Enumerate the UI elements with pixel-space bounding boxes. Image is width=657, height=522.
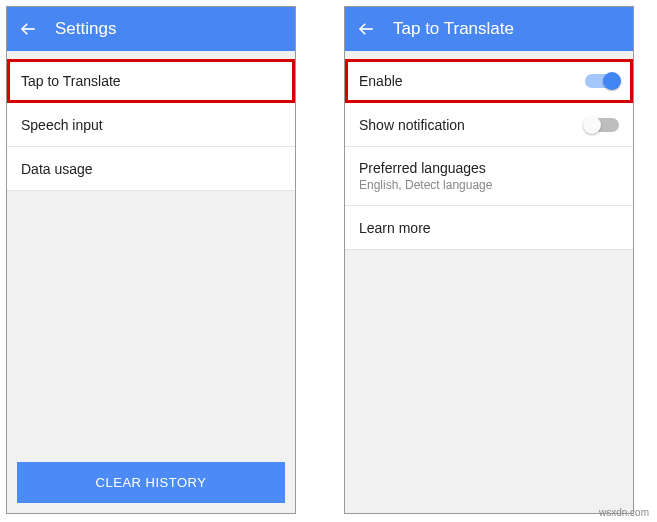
- footer: CLEAR HISTORY: [7, 452, 295, 513]
- settings-screen: Settings Tap to Translate Speech input D…: [6, 6, 296, 514]
- setting-item-learn-more[interactable]: Learn more: [345, 206, 633, 250]
- show-notification-toggle[interactable]: [585, 118, 619, 132]
- tap-to-translate-screen: Tap to Translate Enable Show notificatio…: [344, 6, 634, 514]
- setting-item-sublabel: English, Detect language: [359, 178, 492, 192]
- setting-item-enable[interactable]: Enable: [345, 59, 633, 103]
- setting-item-label: Learn more: [359, 220, 431, 236]
- setting-item-label: Preferred languages: [359, 160, 486, 176]
- back-arrow-icon[interactable]: [19, 20, 37, 38]
- watermark: wsxdn.com: [599, 507, 649, 518]
- settings-item-label: Data usage: [21, 161, 93, 177]
- app-header: Tap to Translate: [345, 7, 633, 51]
- tap-to-translate-list: Enable Show notification Preferred langu…: [345, 51, 633, 513]
- settings-item-label: Speech input: [21, 117, 103, 133]
- app-header: Settings: [7, 7, 295, 51]
- clear-history-button[interactable]: CLEAR HISTORY: [17, 462, 285, 503]
- settings-item-tap-to-translate[interactable]: Tap to Translate: [7, 59, 295, 103]
- page-title: Tap to Translate: [393, 19, 514, 39]
- settings-item-data-usage[interactable]: Data usage: [7, 147, 295, 191]
- settings-item-speech-input[interactable]: Speech input: [7, 103, 295, 147]
- settings-item-label: Tap to Translate: [21, 73, 121, 89]
- page-title: Settings: [55, 19, 116, 39]
- setting-item-show-notification[interactable]: Show notification: [345, 103, 633, 147]
- enable-toggle[interactable]: [585, 74, 619, 88]
- setting-item-label: Enable: [359, 73, 403, 89]
- setting-item-label: Show notification: [359, 117, 465, 133]
- settings-list: Tap to Translate Speech input Data usage: [7, 51, 295, 452]
- setting-item-preferred-languages[interactable]: Preferred languages English, Detect lang…: [345, 147, 633, 206]
- back-arrow-icon[interactable]: [357, 20, 375, 38]
